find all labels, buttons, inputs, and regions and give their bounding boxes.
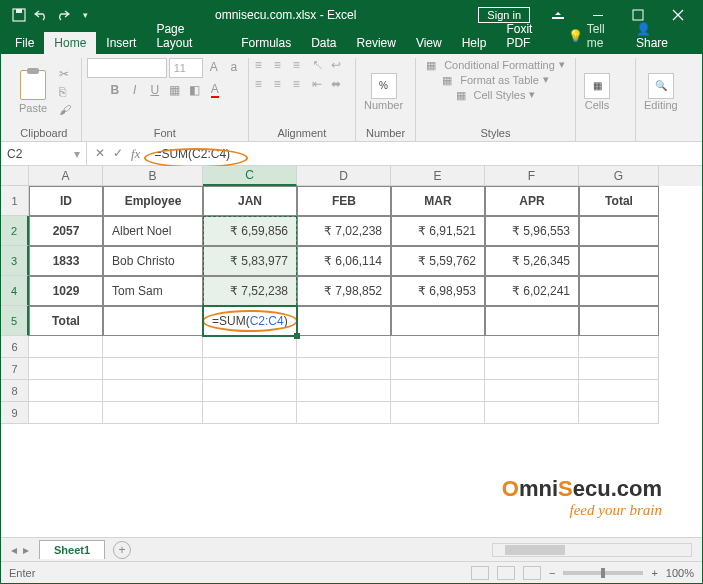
cell-a3[interactable]: 1833 [29,246,103,276]
cell-g4[interactable] [579,276,659,306]
normal-view-icon[interactable] [471,566,489,580]
cell-g3[interactable] [579,246,659,276]
enter-formula-icon[interactable]: ✓ [113,146,123,162]
row-1[interactable]: 1 [1,186,29,216]
cell-e4[interactable]: ₹ 6,98,953 [391,276,485,306]
cell-e5[interactable] [391,306,485,336]
italic-icon[interactable]: I [126,81,144,99]
undo-icon[interactable] [33,7,49,23]
increase-font-icon[interactable]: A [205,58,223,76]
cell-g9[interactable] [579,402,659,424]
decrease-indent-icon[interactable]: ⇤ [312,77,330,93]
cell-a5[interactable]: Total [29,306,103,336]
cell-b3[interactable]: Bob Christo [103,246,203,276]
header-total[interactable]: Total [579,186,659,216]
merge-icon[interactable]: ⬌ [331,77,349,93]
cell-g7[interactable] [579,358,659,380]
row-3[interactable]: 3 [1,246,29,276]
cell-d7[interactable] [297,358,391,380]
tab-foxit[interactable]: Foxit PDF [496,18,567,54]
cell-f8[interactable] [485,380,579,402]
font-color-icon[interactable]: A [206,81,224,99]
cell-c9[interactable] [203,402,297,424]
page-break-view-icon[interactable] [523,566,541,580]
row-4[interactable]: 4 [1,276,29,306]
cells-button[interactable]: ▦ Cells [584,73,610,111]
editing-button[interactable]: 🔍 Editing [644,73,678,111]
bold-icon[interactable]: B [106,81,124,99]
cell-d5[interactable] [297,306,391,336]
font-name-combo[interactable] [87,58,167,78]
cell-e9[interactable] [391,402,485,424]
cell-d9[interactable] [297,402,391,424]
cell-f5[interactable] [485,306,579,336]
formula-input[interactable]: =SUM(C2:C4) [148,147,702,161]
add-sheet-button[interactable]: + [113,541,131,559]
cell-c3[interactable]: ₹ 5,83,977 [203,246,297,276]
font-size-combo[interactable]: 11 [169,58,203,78]
cell-b8[interactable] [103,380,203,402]
cell-g8[interactable] [579,380,659,402]
cell-a4[interactable]: 1029 [29,276,103,306]
copy-icon[interactable]: ⎘ [59,85,75,99]
fill-color-icon[interactable]: ◧ [186,81,204,99]
row-7[interactable]: 7 [1,358,29,380]
fill-handle[interactable] [294,333,300,339]
fx-icon[interactable]: fx [131,146,140,162]
sheet-nav-next-icon[interactable]: ▸ [23,543,29,557]
cell-f7[interactable] [485,358,579,380]
cell-c8[interactable] [203,380,297,402]
zoom-slider[interactable] [563,571,643,575]
cell-c6[interactable] [203,336,297,358]
cell-e2[interactable]: ₹ 6,91,521 [391,216,485,246]
zoom-level[interactable]: 100% [666,567,694,579]
cell-b2[interactable]: Albert Noel [103,216,203,246]
cell-e8[interactable] [391,380,485,402]
tab-insert[interactable]: Insert [96,32,146,54]
cell-b7[interactable] [103,358,203,380]
cell-f9[interactable] [485,402,579,424]
cell-d2[interactable]: ₹ 7,02,238 [297,216,391,246]
cell-d8[interactable] [297,380,391,402]
cell-e7[interactable] [391,358,485,380]
name-box[interactable]: C2▾ [1,142,87,165]
cell-a6[interactable] [29,336,103,358]
sheet-tab[interactable]: Sheet1 [39,540,105,559]
orientation-icon[interactable]: ⭦ [312,58,330,74]
col-d[interactable]: D [297,166,391,186]
col-f[interactable]: F [485,166,579,186]
tab-view[interactable]: View [406,32,452,54]
header-employee[interactable]: Employee [103,186,203,216]
cell-d6[interactable] [297,336,391,358]
cell-a8[interactable] [29,380,103,402]
col-c[interactable]: C [203,166,297,186]
cell-f6[interactable] [485,336,579,358]
align-center-icon[interactable]: ≡ [274,77,292,93]
number-format-button[interactable]: % Number [364,73,403,111]
cell-f2[interactable]: ₹ 5,96,553 [485,216,579,246]
align-left-icon[interactable]: ≡ [255,77,273,93]
cell-e6[interactable] [391,336,485,358]
col-e[interactable]: E [391,166,485,186]
cell-g2[interactable] [579,216,659,246]
cell-c5[interactable]: =SUM(C2:C4) [203,306,297,336]
tab-home[interactable]: Home [44,32,96,54]
header-mar[interactable]: MAR [391,186,485,216]
cell-f3[interactable]: ₹ 5,26,345 [485,246,579,276]
tab-pagelayout[interactable]: Page Layout [146,18,231,54]
cell-b4[interactable]: Tom Sam [103,276,203,306]
autosave-icon[interactable] [11,7,27,23]
tab-review[interactable]: Review [347,32,406,54]
sheet-nav-prev-icon[interactable]: ◂ [11,543,17,557]
cell-g5[interactable] [579,306,659,336]
cell-b6[interactable] [103,336,203,358]
align-middle-icon[interactable]: ≡ [274,58,292,74]
cell-styles-button[interactable]: ▦Cell Styles ▾ [456,88,536,101]
cell-d4[interactable]: ₹ 7,98,852 [297,276,391,306]
tab-file[interactable]: File [5,32,44,54]
underline-icon[interactable]: U [146,81,164,99]
cell-c7[interactable] [203,358,297,380]
paste-button[interactable]: Paste [15,68,51,116]
format-painter-icon[interactable]: 🖌 [59,103,75,117]
wrap-text-icon[interactable]: ↩ [331,58,349,74]
